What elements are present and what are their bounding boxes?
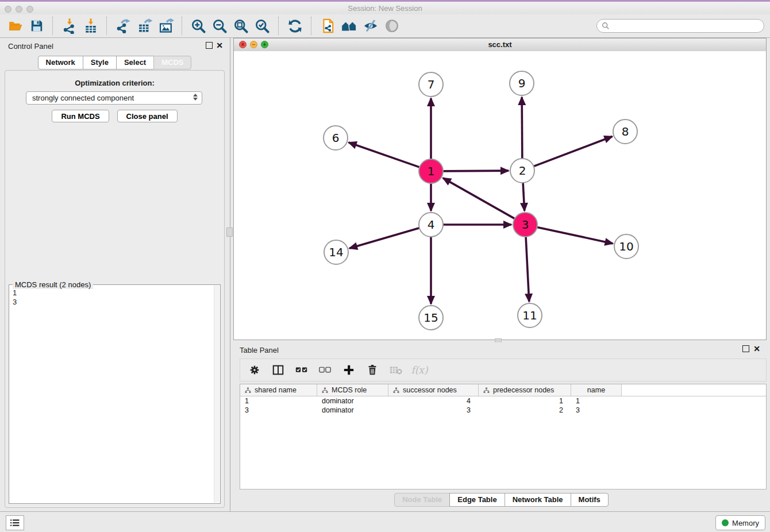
column-header-3[interactable]: predecessor nodes — [479, 384, 571, 396]
window-title: Session: New Session — [0, 4, 770, 13]
control-tab-network[interactable]: Network — [38, 56, 83, 70]
float-panel-icon[interactable] — [206, 42, 213, 49]
export-network-button[interactable] — [113, 17, 134, 35]
zoom-selected-button[interactable] — [252, 17, 273, 35]
table-cell[interactable]: 3 — [571, 406, 622, 415]
table-body: 1dominator4113dominator323 — [240, 396, 766, 415]
column-header-4[interactable]: name — [571, 384, 622, 396]
save-session-button[interactable] — [26, 17, 47, 35]
split-view-button[interactable] — [271, 363, 286, 377]
column-header-0[interactable]: shared name — [240, 384, 317, 396]
column-header-1[interactable]: MCDS role — [317, 384, 388, 396]
criterion-dropdown[interactable]: strongly connected component — [26, 91, 202, 105]
column-type-icon — [483, 387, 490, 394]
application-window: Session: New Session — [0, 0, 770, 532]
table-tab-edge-table[interactable]: Edge Table — [449, 493, 505, 507]
network-view-window: × − + scc.txt 7968124314101511 — [233, 38, 767, 340]
table-cell[interactable]: 3 — [240, 406, 317, 415]
first-neighbors-button[interactable] — [338, 17, 360, 35]
network-maximize-button[interactable]: + — [261, 41, 268, 48]
table-cell[interactable]: 1 — [479, 396, 571, 406]
search-box[interactable] — [596, 19, 764, 33]
column-header-label: shared name — [255, 386, 297, 394]
table-cell[interactable]: 1 — [240, 396, 317, 406]
run-mcds-button[interactable]: Run MCDS — [52, 110, 109, 122]
network-from-selection-button[interactable] — [317, 17, 338, 35]
control-panel-tabs: NetworkStyleSelectMCDS — [0, 56, 230, 70]
deselect-all-button[interactable] — [318, 363, 333, 377]
table-cell[interactable]: 4 — [388, 396, 479, 406]
add-column-button[interactable] — [341, 363, 356, 377]
table-panel: Table Panel ✕ f(x) — [233, 342, 770, 510]
node-label-7: 7 — [428, 78, 435, 91]
toolbar-separator — [278, 17, 279, 35]
result-scrollbar[interactable] — [214, 286, 220, 503]
task-history-button[interactable] — [6, 515, 24, 530]
table-cell[interactable]: dominator — [317, 406, 388, 415]
node-label-2: 2 — [519, 164, 526, 178]
mcds-result-box: MCDS result (2 nodes) 13 — [9, 284, 221, 504]
refresh-layout-icon — [287, 18, 303, 34]
delete-table-button[interactable] — [388, 363, 403, 377]
select-all-button[interactable] — [294, 363, 309, 377]
search-input[interactable] — [612, 20, 764, 32]
control-tab-style[interactable]: Style — [83, 56, 117, 70]
network-window-titlebar[interactable]: × − + scc.txt — [234, 38, 766, 52]
function-builder-button[interactable]: f(x) — [412, 363, 427, 377]
export-image-icon — [158, 18, 174, 34]
table-cell[interactable]: 3 — [388, 406, 479, 415]
column-header-label: predecessor nodes — [493, 386, 554, 394]
mcds-result-list[interactable]: 13 — [9, 287, 213, 503]
network-canvas[interactable]: 7968124314101511 — [234, 51, 766, 340]
open-session-button[interactable] — [5, 17, 26, 35]
table-tab-network-table[interactable]: Network Table — [505, 493, 571, 507]
apply-layout-button[interactable] — [284, 17, 306, 35]
table-cell[interactable]: dominator — [317, 396, 388, 406]
zoom-in-button[interactable] — [188, 17, 209, 35]
zoom-fit-button[interactable] — [230, 17, 252, 35]
criterion-dropdown-value: strongly connected component — [32, 94, 134, 102]
node-table: shared nameMCDS rolesuccessor nodesprede… — [240, 384, 767, 489]
edge-2-3[interactable] — [523, 182, 525, 211]
edge-2-8[interactable] — [533, 137, 613, 167]
edge-2-9[interactable] — [522, 97, 522, 159]
delete-table-icon — [389, 364, 403, 376]
edge-3-11[interactable] — [526, 236, 529, 302]
hide-graphics-details-button[interactable] — [360, 17, 381, 35]
edge-4-14[interactable] — [349, 228, 420, 249]
float-table-panel-icon[interactable] — [742, 345, 749, 352]
table-tab-motifs[interactable]: Motifs — [571, 493, 609, 507]
edge-3-1[interactable] — [443, 178, 515, 219]
control-tab-select[interactable]: Select — [116, 56, 154, 70]
close-panel-icon[interactable]: ✕ — [216, 42, 223, 49]
control-tab-mcds[interactable]: MCDS — [153, 56, 191, 70]
network-minimize-button[interactable]: − — [250, 41, 257, 48]
memory-button[interactable]: Memory — [715, 515, 765, 530]
delete-column-button[interactable] — [365, 363, 380, 377]
unchecked-boxes-icon — [318, 365, 332, 375]
table-tab-node-table[interactable]: Node Table — [394, 493, 450, 507]
table-row[interactable]: 3dominator323 — [240, 406, 766, 415]
network-close-button[interactable]: × — [239, 41, 247, 48]
edge-1-2[interactable] — [442, 171, 509, 171]
import-table-button[interactable] — [80, 17, 101, 35]
table-cell[interactable]: 1 — [571, 396, 622, 406]
mcds-panel: Optimization criterion: strongly connect… — [5, 70, 225, 508]
node-label-6: 6 — [332, 131, 340, 145]
export-table-button[interactable] — [134, 17, 155, 35]
toolbar-separator — [106, 17, 107, 35]
edge-3-10[interactable] — [537, 227, 613, 244]
show-graphics-details-button[interactable] — [381, 17, 402, 35]
zoom-out-button[interactable] — [209, 17, 230, 35]
import-network-button[interactable] — [59, 17, 80, 35]
table-settings-button[interactable] — [247, 363, 262, 377]
table-row[interactable]: 1dominator411 — [240, 396, 766, 406]
close-panel-button[interactable]: Close panel — [117, 110, 178, 122]
column-header-2[interactable]: successor nodes — [388, 384, 479, 396]
table-cell[interactable]: 2 — [479, 406, 571, 415]
export-image-button[interactable] — [155, 17, 176, 35]
close-table-panel-icon[interactable]: ✕ — [753, 345, 760, 352]
edge-1-6[interactable] — [349, 142, 420, 167]
list-icon — [10, 519, 20, 527]
vertical-splitter-handle[interactable] — [226, 228, 233, 237]
